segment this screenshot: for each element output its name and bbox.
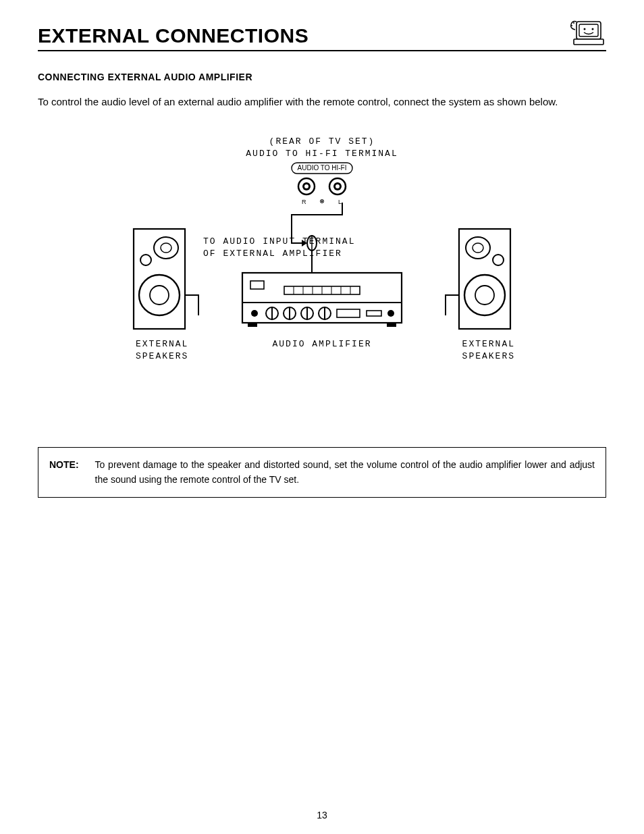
svg-point-31 [251,310,258,317]
rear-of-tv-label: (REAR OF TV SET) [269,136,375,147]
speaker-left-icon [132,228,200,336]
document-page: EXTERNAL CONNECTIONS CONNECTING EXTERNAL… [0,0,644,834]
note-text: To prevent damage to the speaker and dis… [95,457,595,488]
header-divider [38,50,606,51]
amplifier-icon [241,271,403,332]
speakers-left-label-1: EXTERNAL [136,339,188,349]
svg-rect-43 [248,323,257,327]
section-subheading: CONNECTING EXTERNAL AUDIO AMPLIFIER [38,72,606,82]
connection-diagram: (REAR OF TV SET) AUDIO TO HI-FI TERMINAL… [38,136,606,420]
speakers-left-label-2: SPEAKERS [136,351,188,361]
svg-point-42 [387,310,394,317]
svg-point-2 [584,28,586,30]
svg-rect-1 [579,24,598,36]
svg-rect-40 [337,309,360,317]
svg-rect-21 [250,281,264,289]
svg-point-10 [304,184,308,188]
speakers-right-label-2: SPEAKERS [462,351,515,361]
note-box: NOTE: To prevent damage to the speaker a… [38,447,606,498]
computer-mascot-icon [567,19,606,49]
svg-point-47 [161,243,171,253]
svg-point-6 [571,25,572,26]
svg-rect-41 [367,311,381,316]
svg-point-5 [573,22,574,24]
speaker-right-icon [444,228,512,336]
svg-point-53 [473,243,483,253]
svg-point-54 [493,255,504,265]
speakers-right-label-1: EXTERNAL [462,339,515,349]
svg-point-3 [592,28,594,30]
jack-panel-text: AUDIO TO HI-FI [298,164,347,172]
svg-point-56 [475,286,494,305]
svg-point-13 [336,184,340,188]
page-number: 13 [0,810,644,820]
header-row: EXTERNAL CONNECTIONS [38,19,606,49]
to-input-label-2: OF EXTERNAL AMPLIFIER [203,249,342,259]
note-label: NOTE: [49,457,79,488]
svg-point-48 [140,255,151,265]
svg-rect-4 [574,39,603,45]
svg-point-50 [150,286,169,305]
amplifier-label: AUDIO AMPLIFIER [272,339,371,349]
page-title: EXTERNAL CONNECTIONS [38,24,308,49]
intro-paragraph: To control the audio level of an externa… [38,95,606,109]
svg-rect-44 [387,323,396,327]
hifi-terminal-label: AUDIO TO HI-FI TERMINAL [246,149,398,159]
to-input-label-1: TO AUDIO INPUT TERMINAL [203,236,355,246]
